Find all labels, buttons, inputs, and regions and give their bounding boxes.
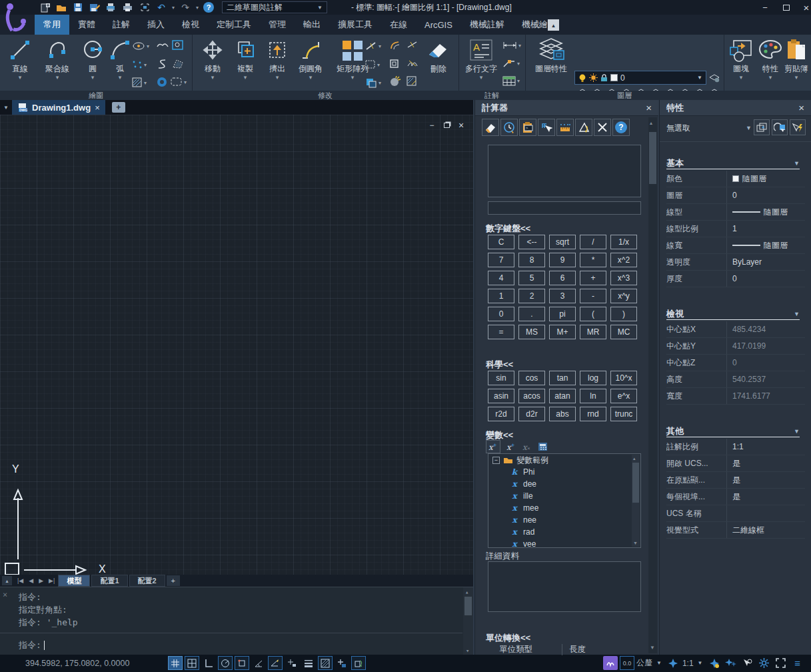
boundary-icon[interactable] — [171, 77, 187, 87]
polyline-dropdown-icon[interactable] — [56, 75, 59, 81]
help-icon[interactable]: ? — [203, 2, 214, 13]
divide-icon[interactable] — [406, 59, 418, 68]
calc-key[interactable]: log — [580, 371, 606, 385]
selection-cycling-icon[interactable] — [740, 656, 755, 670]
layer-tool-icon[interactable] — [708, 72, 721, 83]
calc-key[interactable]: C — [488, 235, 514, 249]
science-section-header[interactable]: 科學<< — [486, 359, 513, 371]
ortho-icon[interactable] — [201, 656, 216, 670]
calc-key[interactable]: atan — [549, 389, 576, 403]
tab-view[interactable]: 檢視 — [173, 15, 208, 35]
command-scrollbar[interactable] — [463, 587, 473, 655]
ellipse-icon[interactable] — [132, 41, 149, 51]
last-layout-icon[interactable] — [47, 577, 57, 584]
drawing-canvas[interactable]: Y X — [0, 115, 473, 575]
section-other[interactable]: 其他 — [666, 425, 800, 437]
scale-dropdown-icon[interactable] — [698, 660, 703, 666]
customization-menu-icon[interactable] — [790, 656, 805, 670]
fullscreen-icon[interactable] — [774, 656, 788, 670]
snap-icon[interactable] — [185, 656, 199, 670]
calc-key[interactable]: x^y — [610, 289, 637, 303]
undo-dropdown-icon[interactable] — [172, 5, 175, 11]
maximize-button[interactable] — [777, 0, 796, 15]
command-expand-icon[interactable] — [2, 576, 12, 585]
calc-key[interactable]: * — [580, 253, 606, 267]
tab-online[interactable]: 在線 — [381, 15, 416, 35]
tab-output[interactable]: 輸出 — [295, 15, 329, 35]
calc-key[interactable]: ) — [610, 307, 637, 321]
property-value[interactable] — [726, 505, 805, 521]
calc-key[interactable]: sqrt — [549, 235, 576, 249]
calc-key[interactable]: 9 — [549, 253, 576, 267]
section-basic[interactable]: 基本 — [666, 157, 800, 169]
property-value[interactable]: 540.2537 — [726, 371, 805, 387]
calc-help-icon[interactable]: ? — [612, 119, 630, 136]
variable-item[interactable]: xdee — [488, 478, 640, 490]
lock-icon[interactable] — [600, 74, 608, 82]
leader-icon[interactable] — [502, 59, 520, 68]
calculator-input[interactable] — [488, 201, 641, 215]
history-icon[interactable] — [500, 119, 518, 136]
calc-key[interactable]: cos — [518, 371, 545, 385]
edit-variable-icon[interactable]: x+ — [506, 442, 516, 451]
property-value[interactable]: ByLayer — [726, 254, 805, 270]
calc-key[interactable]: = — [488, 325, 514, 339]
open-file-icon[interactable] — [55, 1, 67, 13]
document-tab[interactable]: DWG Drawing1.dwg — [12, 100, 105, 115]
calc-key[interactable]: pi — [549, 307, 576, 321]
new-file-icon[interactable] — [39, 1, 51, 13]
units-section-header[interactable]: 單位轉換<< — [486, 632, 530, 644]
tab-express-tools[interactable]: 擴展工具 — [329, 15, 381, 35]
properties-dropdown-icon[interactable] — [769, 75, 772, 81]
copy-dropdown-icon[interactable] — [244, 75, 247, 81]
tab-home[interactable]: 常用 — [35, 15, 69, 35]
close-command-icon[interactable] — [3, 590, 7, 599]
table-icon[interactable] — [502, 76, 520, 86]
selection-dropdown[interactable]: 無選取 — [666, 121, 752, 135]
calc-key[interactable]: x^3 — [610, 271, 637, 285]
object-track-icon[interactable] — [268, 656, 283, 670]
next-layout-icon[interactable] — [37, 577, 45, 584]
first-layout-icon[interactable] — [15, 577, 25, 584]
collapse-section-icon[interactable] — [794, 428, 800, 435]
grid-icon[interactable] — [168, 656, 183, 670]
property-value[interactable]: 是 — [726, 489, 805, 505]
measure-angle-icon[interactable] — [575, 119, 592, 136]
viewport-close-button[interactable] — [454, 120, 468, 131]
preview-icon[interactable] — [139, 1, 151, 13]
variable-item[interactable]: xnee — [488, 514, 640, 526]
variables-tree[interactable]: 變數範例 kPhi xdee xille xmee xnee xrad xvee — [488, 453, 641, 548]
line-dropdown-icon[interactable] — [19, 75, 22, 81]
annotation-scale-icon[interactable] — [666, 656, 680, 670]
calc-key[interactable]: tan — [549, 371, 576, 385]
scrollbar-thumb[interactable] — [649, 132, 656, 184]
calc-key[interactable]: 3 — [549, 289, 576, 303]
tab-arcgis[interactable]: ArcGIS — [416, 15, 461, 35]
wipeout-icon[interactable] — [172, 59, 184, 69]
tab-annotate[interactable]: 註解 — [104, 15, 139, 35]
calc-key[interactable]: M+ — [549, 325, 576, 339]
ucs-toggle-icon[interactable] — [351, 656, 366, 670]
tab-mech-annotate[interactable]: 機械註解 — [461, 15, 513, 35]
clipboard-dropdown-icon[interactable] — [795, 75, 798, 81]
minimize-button[interactable] — [756, 0, 774, 15]
delete-duplicate-icon[interactable] — [406, 40, 418, 49]
undo-icon[interactable] — [155, 1, 167, 13]
block-dropdown-icon[interactable] — [740, 75, 743, 81]
sun-icon[interactable] — [589, 73, 598, 82]
calc-key[interactable]: ( — [580, 307, 606, 321]
calc-key[interactable]: 4 — [488, 271, 514, 285]
measure-distance-icon[interactable] — [556, 119, 574, 136]
mtext-button[interactable]: A 多行文字 — [462, 37, 500, 88]
redo-icon[interactable] — [179, 1, 191, 13]
units-label[interactable]: 公釐 — [636, 657, 652, 669]
annotation-visibility-icon[interactable] — [707, 656, 722, 670]
calc-key[interactable]: asin — [488, 389, 514, 403]
mtext-dropdown-icon[interactable] — [480, 75, 483, 81]
explode-icon[interactable] — [389, 76, 401, 87]
hatch-edit-icon[interactable] — [406, 76, 417, 87]
close-doc-icon[interactable] — [95, 103, 100, 113]
doc-tab-menu-button[interactable] — [0, 105, 12, 111]
rectangle-icon[interactable] — [172, 40, 184, 51]
property-value[interactable]: 485.4234 — [726, 321, 805, 337]
